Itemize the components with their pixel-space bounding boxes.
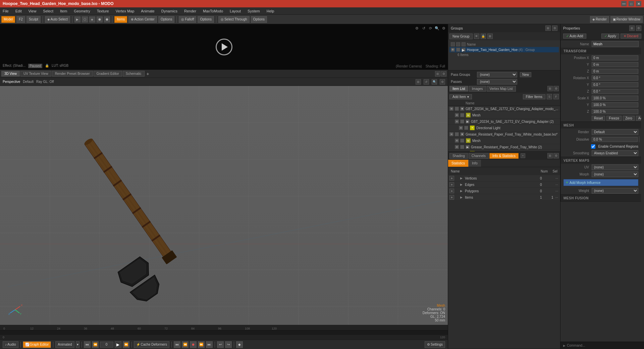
props-settings[interactable]: ⚙ (636, 26, 641, 31)
falloff-btn[interactable]: ◎ Falloff (179, 16, 196, 23)
stats-expand-items[interactable]: ▶ (460, 196, 464, 199)
scale-y-input[interactable] (592, 102, 638, 107)
preview-ctrl-5[interactable]: ⚙ (441, 26, 446, 31)
tool-icon-3[interactable]: ◈ (89, 16, 95, 22)
preview-ctrl-3[interactable]: ⟳ (428, 26, 433, 31)
transport-ctrl-6[interactable]: ↩ (217, 341, 224, 348)
vp-ctrl-3[interactable]: 🔍 (432, 79, 437, 85)
menu-render[interactable]: Render (183, 8, 198, 14)
transport-ctrl-5[interactable]: ⏭ (206, 341, 213, 348)
pos-x-input[interactable] (592, 55, 638, 60)
minimize-btn[interactable]: — (621, 1, 627, 6)
auto-select-btn[interactable]: ◈ Auto Select (45, 16, 70, 23)
tool-icon-2[interactable]: ⬡ (82, 16, 88, 22)
new-pass-btn[interactable]: New (520, 72, 531, 77)
tool-icon-5[interactable]: ⬣ (104, 16, 110, 22)
groups-icon-1[interactable]: 👁 (474, 34, 479, 39)
viewport-maximize-btn[interactable]: ⊞ (435, 71, 440, 77)
graph-editor-btn[interactable]: 📈 Graph Editor (23, 341, 51, 348)
filter-items-btn[interactable]: Filter Items (523, 94, 545, 99)
scene-canvas[interactable]: Mesh Channels: 0 Deformers: ON GL: 2,724… (0, 86, 448, 325)
keyframe-btn[interactable]: ◆ (236, 341, 243, 348)
il-maximize[interactable]: ⊞ (547, 86, 553, 91)
render-icon-1[interactable] (455, 107, 459, 111)
auto-add-btn[interactable]: ✓ Auto Add (563, 34, 586, 39)
reset-btn[interactable]: Reset (592, 116, 605, 121)
action-center-btn[interactable]: ⊕ Action Center (128, 16, 157, 23)
transport-start-btn[interactable]: ⏮ (84, 341, 91, 348)
eye-icon-4[interactable]: 👁 (459, 126, 463, 130)
apply-btn[interactable]: ✓ Apply (601, 34, 619, 39)
il-col-f[interactable]: F (553, 94, 559, 99)
dissolve-input[interactable] (592, 137, 638, 142)
audio-btn[interactable]: ♪ Audio (3, 341, 18, 348)
tab-add-btn[interactable]: + (145, 71, 151, 77)
menu-edit[interactable]: Edit (14, 8, 23, 14)
pos-z-input[interactable] (592, 69, 638, 74)
eye-icon-3[interactable]: 👁 (455, 119, 459, 123)
scale-z-input[interactable] (592, 109, 638, 114)
il-row-grease-group[interactable]: 👁 ▼ Grease_Resistant_Paper_Food_Tray_Whi… (448, 132, 560, 137)
il-row-mesh-1[interactable]: 👁 M Mesh (448, 112, 560, 119)
render-icon-3[interactable] (460, 119, 464, 123)
group-item-row[interactable]: 👁 ▶ Hoopoe_Two_Head_Garden_Hoe (4) : Gro… (449, 47, 559, 52)
transport-ctrl-4[interactable]: ⏩ (198, 341, 205, 348)
viewport-settings-btn[interactable]: ⚙ (441, 71, 446, 77)
tool-icon-1[interactable]: ▶ (74, 16, 80, 22)
menu-vertex-map[interactable]: Vertex Map (114, 8, 136, 14)
command-input[interactable] (567, 344, 641, 347)
groups-maximize[interactable]: ⊞ (545, 26, 551, 31)
discard-btn[interactable]: ✕ Discard (621, 34, 641, 39)
stats-opts-items[interactable]: ··· (555, 196, 559, 199)
render-icon-4[interactable] (464, 126, 468, 130)
animated-dropdown[interactable]: ▾ (76, 341, 79, 348)
timeline-track[interactable] (0, 330, 448, 335)
sculpt-btn[interactable]: Sculpt (26, 16, 41, 23)
groups-icon-2[interactable]: 🔒 (481, 34, 486, 39)
new-group-btn[interactable]: New Group (449, 34, 473, 39)
menu-layout[interactable]: Layout (228, 8, 242, 14)
transport-prev-btn[interactable]: ⏪ (92, 341, 99, 348)
falloff-options-btn[interactable]: Options (198, 16, 214, 23)
eye-icon-1[interactable]: 👁 (449, 107, 453, 111)
stats-section-info[interactable]: Info (468, 160, 481, 167)
stats-section-stats[interactable]: Statistics (448, 160, 468, 167)
menu-help[interactable]: Help (265, 8, 276, 14)
stats-maximize[interactable]: ⊞ (547, 153, 553, 158)
props-name-input[interactable] (592, 41, 639, 47)
maximize-btn[interactable]: □ (629, 1, 634, 6)
il-row-gbt-group[interactable]: 👁 ▼ GBT_20234_to_SAE_J1772_EV_Charging_A… (448, 106, 560, 112)
stats-expand-polygons[interactable]: ▶ (460, 189, 464, 193)
transport-play-btn[interactable]: ▶ (115, 341, 121, 348)
eye-icon-7[interactable]: 👁 (455, 145, 459, 149)
eye-icon-5[interactable]: 👁 (449, 132, 453, 136)
tool-icon-4[interactable]: ⬢ (97, 16, 103, 22)
menu-animate[interactable]: Animate (140, 8, 156, 14)
preview-ctrl-1[interactable]: ⚙ (414, 26, 420, 31)
transport-ctrl-7[interactable]: ↪ (225, 341, 232, 348)
stats-add-tab[interactable]: + (521, 153, 525, 158)
stats-opts-polygons[interactable]: ··· (555, 189, 559, 193)
items-btn[interactable]: Items (114, 16, 127, 23)
pass-groups-select[interactable]: (none) (477, 72, 517, 78)
transport-ctrl-3[interactable]: ⏺ (190, 341, 197, 348)
render-select[interactable]: Default (592, 129, 638, 135)
il-col-s[interactable]: S (547, 94, 552, 99)
options-btn-1[interactable]: Options (158, 16, 174, 23)
freeze-btn[interactable]: Freeze (606, 116, 622, 121)
il-row-light-2[interactable]: 👁 ☀ Directional Light (448, 150, 560, 151)
render-icon-5[interactable] (455, 132, 459, 136)
tab-channels[interactable]: Channels (469, 153, 489, 159)
select-through-btn[interactable]: ◎ Select Through (218, 16, 250, 23)
zero-btn[interactable]: Zero (623, 116, 635, 121)
render-btn[interactable]: ◈ Render (590, 16, 609, 23)
render-window-btn[interactable]: ▣ Render Window (610, 16, 643, 23)
menu-maxtomodo[interactable]: MaxToModo (202, 8, 224, 14)
tab-shading[interactable]: Shading (449, 153, 468, 159)
frame-input[interactable] (100, 342, 113, 348)
preview-ctrl-2[interactable]: ↺ (421, 26, 426, 31)
menu-texture[interactable]: Texture (96, 8, 110, 14)
tab-info-stats[interactable]: Info & Statistics (489, 153, 519, 159)
f2-btn[interactable]: F2 (16, 16, 25, 23)
eye-icon-2[interactable]: 👁 (455, 113, 459, 117)
